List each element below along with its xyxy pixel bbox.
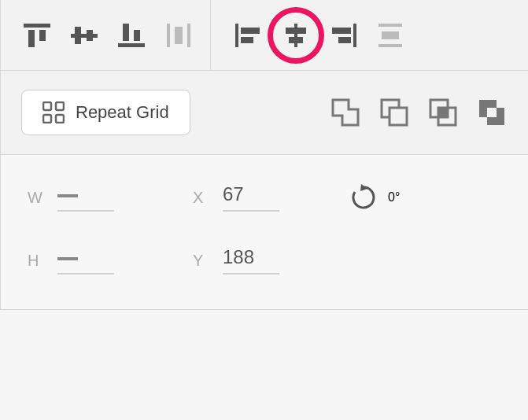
svg-rect-16 [286, 28, 306, 34]
y-value: 188 [223, 246, 279, 274]
svg-rect-21 [378, 24, 402, 27]
boolean-intersect-icon [429, 98, 457, 127]
svg-rect-4 [75, 27, 81, 44]
distribute-vertical-button[interactable] [163, 20, 194, 51]
svg-rect-8 [134, 30, 140, 41]
svg-rect-32 [438, 108, 448, 117]
boolean-add-button[interactable] [330, 97, 361, 128]
svg-rect-26 [43, 115, 51, 123]
svg-rect-5 [87, 30, 93, 41]
x-value: 67 [223, 183, 279, 212]
svg-rect-17 [289, 37, 303, 43]
horizontal-align-group [233, 20, 406, 51]
y-label: Y [193, 252, 212, 270]
svg-rect-22 [378, 44, 402, 47]
repeat-grid-row: Repeat Grid [1, 71, 528, 155]
boolean-subtract-icon [380, 98, 408, 127]
transform-section: W X 67 0° H Y 188 [1, 155, 528, 310]
x-field[interactable]: X 67 [193, 183, 350, 212]
svg-rect-10 [187, 24, 190, 47]
width-label: W [28, 189, 46, 207]
svg-rect-25 [56, 102, 64, 110]
x-label: X [193, 189, 212, 207]
alignment-row [1, 0, 528, 71]
transform-row-2: H Y 188 [28, 246, 501, 274]
width-value [57, 183, 114, 212]
boolean-exclude-button[interactable] [476, 97, 508, 128]
boolean-group [330, 97, 508, 128]
svg-rect-12 [235, 24, 238, 47]
boolean-exclude-icon [478, 98, 506, 127]
rotation-value: 0° [388, 190, 432, 204]
align-bottom-icon [118, 24, 145, 47]
svg-rect-24 [43, 102, 51, 110]
align-top-button[interactable] [21, 20, 53, 51]
height-value [57, 246, 114, 274]
align-left-icon [235, 24, 262, 47]
align-middle-button[interactable] [68, 20, 100, 51]
svg-rect-9 [167, 24, 170, 47]
rotation-field[interactable]: 0° [350, 184, 501, 211]
svg-rect-20 [338, 37, 351, 43]
align-middle-icon [71, 24, 98, 47]
boolean-subtract-button[interactable] [378, 97, 410, 128]
svg-rect-15 [294, 24, 297, 47]
repeat-grid-icon [42, 101, 65, 123]
svg-rect-23 [382, 31, 399, 39]
align-center-icon [282, 24, 309, 47]
repeat-grid-label: Repeat Grid [76, 102, 169, 123]
properties-panel: Repeat Grid [0, 0, 528, 310]
svg-rect-29 [390, 108, 407, 125]
boolean-add-icon [331, 98, 360, 127]
boolean-intersect-button[interactable] [427, 97, 459, 128]
svg-rect-11 [175, 27, 183, 44]
repeat-grid-button[interactable]: Repeat Grid [21, 90, 190, 135]
svg-rect-2 [39, 30, 46, 41]
y-field[interactable]: Y 188 [193, 246, 350, 274]
width-field[interactable]: W [28, 183, 193, 212]
height-field[interactable]: H [28, 246, 193, 274]
svg-rect-18 [353, 24, 356, 47]
svg-rect-13 [241, 28, 260, 34]
svg-rect-7 [123, 24, 129, 41]
svg-rect-1 [28, 30, 35, 47]
rotate-icon [350, 184, 377, 211]
align-right-icon [330, 24, 356, 47]
svg-rect-19 [332, 28, 351, 34]
align-right-button[interactable] [327, 20, 359, 51]
height-label: H [28, 252, 46, 270]
distribute-horizontal-icon [378, 24, 402, 47]
svg-rect-35 [487, 108, 497, 117]
align-bottom-button[interactable] [116, 20, 147, 51]
distribute-vertical-icon [167, 24, 190, 47]
align-top-icon [24, 24, 50, 47]
svg-rect-6 [118, 43, 145, 47]
align-center-button[interactable] [280, 20, 312, 51]
svg-rect-14 [241, 37, 253, 43]
vertical-align-group [21, 20, 194, 51]
svg-rect-27 [56, 115, 64, 123]
transform-row-1: W X 67 0° [28, 183, 501, 212]
distribute-horizontal-button[interactable] [375, 20, 406, 51]
align-divider [210, 0, 211, 71]
svg-rect-0 [24, 24, 50, 28]
align-left-button[interactable] [233, 20, 264, 51]
